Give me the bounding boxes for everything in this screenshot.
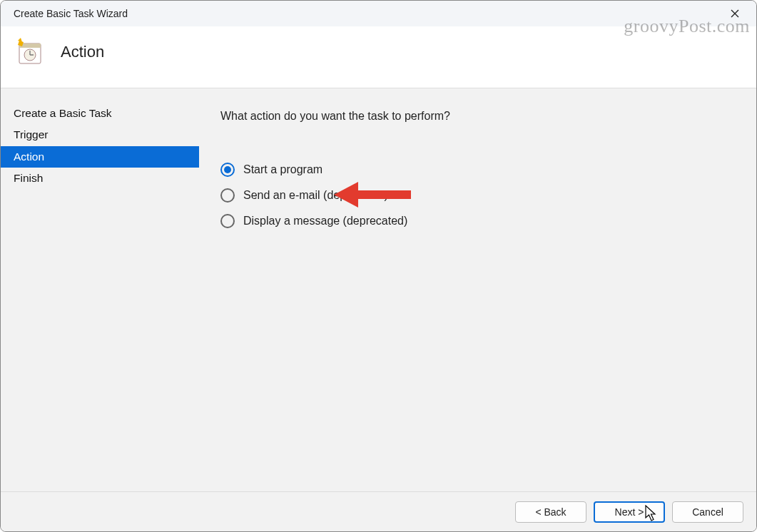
radio-label: Display a message (deprecated) bbox=[243, 215, 407, 227]
radio-start-program[interactable]: Start a program bbox=[220, 163, 735, 177]
wizard-window: Create Basic Task Wizard Action Create a… bbox=[0, 0, 757, 532]
window-title: Create Basic Task Wizard bbox=[14, 8, 128, 19]
close-button[interactable] bbox=[719, 2, 751, 25]
sidebar-item-action[interactable]: Action bbox=[1, 146, 199, 168]
wizard-steps-sidebar: Create a Basic Task Trigger Action Finis… bbox=[1, 88, 199, 491]
sidebar-item-create-basic-task[interactable]: Create a Basic Task bbox=[1, 103, 199, 124]
cancel-button[interactable]: Cancel bbox=[672, 501, 743, 523]
radio-label: Start a program bbox=[243, 163, 322, 176]
radio-label: Send an e-mail (deprecated) bbox=[243, 189, 388, 202]
radio-icon bbox=[220, 214, 235, 228]
sidebar-item-finish[interactable]: Finish bbox=[1, 168, 199, 189]
wizard-icon bbox=[15, 38, 44, 66]
titlebar: Create Basic Task Wizard bbox=[1, 1, 756, 26]
prompt-text: What action do you want the task to perf… bbox=[220, 110, 735, 123]
button-bar: < Back Next > Cancel bbox=[1, 491, 756, 531]
radio-display-message[interactable]: Display a message (deprecated) bbox=[220, 214, 735, 228]
content-area: Create a Basic Task Trigger Action Finis… bbox=[1, 88, 756, 491]
radio-icon bbox=[220, 163, 235, 177]
radio-icon bbox=[220, 188, 235, 203]
next-button[interactable]: Next > bbox=[594, 501, 665, 523]
close-icon bbox=[731, 9, 739, 18]
header: Action bbox=[1, 26, 756, 88]
page-title: Action bbox=[61, 43, 104, 61]
radio-send-email[interactable]: Send an e-mail (deprecated) bbox=[220, 188, 735, 203]
sidebar-item-trigger[interactable]: Trigger bbox=[1, 124, 199, 145]
back-button[interactable]: < Back bbox=[515, 501, 586, 523]
main-panel: What action do you want the task to perf… bbox=[199, 88, 756, 491]
